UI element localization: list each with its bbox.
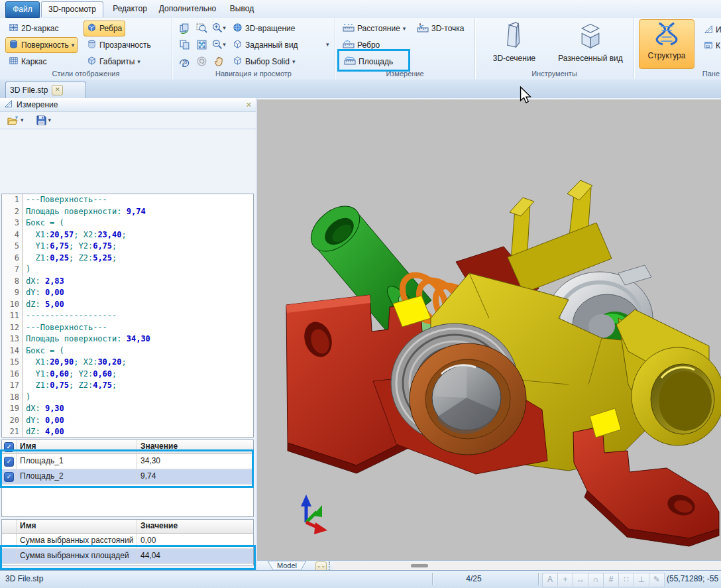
code-line: 2Площадь поверхности: 9,74 [2,206,253,218]
chevron-down-icon: ▾ [223,42,226,48]
previous-view-icon[interactable] [194,54,209,69]
select-solid-icon [233,56,243,68]
grid-icon[interactable]: # [603,573,619,587]
menu-output[interactable]: Вывод [225,1,259,17]
group-label: Навигация и просмотр [172,70,335,78]
menu-file[interactable]: Файл [5,1,40,18]
close-icon[interactable]: ✕ [52,85,63,95]
cad-model [257,99,721,560]
zoom-window-icon[interactable] [194,21,209,36]
move-icon[interactable]: + [557,573,573,587]
dimensions-button[interactable]: Габариты ▾ [83,54,144,70]
svg-text:35: 35 [182,60,188,64]
wireframe-button[interactable]: Каркас [5,54,50,70]
transparency-icon [87,39,97,51]
set-square-icon [4,99,13,110]
button-label: Выбор Solid [245,57,290,66]
3d-rotation-button[interactable]: 3D-вращение [229,21,298,36]
panel-header: Измерение ✕ [0,98,256,112]
close-icon[interactable]: ✕ [246,101,252,109]
column-name[interactable]: Имя [17,520,137,533]
menu-tab-3d-view[interactable]: 3D-просмотр [41,1,103,17]
select-solid-button[interactable]: Выбор Solid ▾ [229,54,298,70]
measure-log[interactable]: 1---Поверхность---2Площадь поверхности: … [1,194,254,438]
panel-title: Измерение [17,100,58,109]
sums-table: Имя Значение Сумма выбранных расстояний0… [1,519,254,565]
named-view-dropdown-icon[interactable]: ▾ [326,42,329,48]
structure-button[interactable]: Структура [639,19,694,69]
copy-view-icon[interactable] [176,37,192,52]
column-value[interactable]: Значение [137,440,253,453]
menu-additional[interactable]: Дополнительно [157,1,218,17]
row-name: Сумма выбранных площадей [17,549,137,563]
document-tab[interactable]: 3D File.stp ✕ [5,82,86,98]
button-label: Разнесенный вид [558,54,623,63]
transparency-button[interactable]: Прозрачность [83,37,154,53]
column-name[interactable]: Имя [17,440,137,453]
command-panel-toggle-button[interactable]: К [700,38,721,54]
dot-grid-icon[interactable]: ∷ [618,573,634,587]
zoom-out-icon[interactable]: ▾ [211,37,227,52]
pan-hand-icon[interactable] [211,54,227,69]
row-name: Площадь_2 [17,469,137,484]
group-label: Измерение [335,70,474,78]
select-all-checkbox[interactable]: ✓ [4,442,14,452]
row-value: 9,74 [137,469,253,484]
row-value: 34,30 [137,454,253,469]
checkbox[interactable]: ✓ [4,457,14,467]
group-label: Стили отображения [0,70,172,78]
button-label: Прозрачность [99,40,151,50]
group-label: Пане [634,70,721,78]
text-icon[interactable]: A [542,573,558,587]
rotate-angle-icon[interactable]: 35 [176,54,192,69]
measure-panel-toggle-button[interactable]: И [700,22,721,38]
button-label: Ребро [357,40,380,50]
document-tab-bar: 3D File.stp ✕ [0,80,721,98]
dna-icon [654,20,679,50]
code-line: 11------------------- [2,310,253,322]
viewport-3d[interactable] [257,99,721,560]
table-row[interactable]: Сумма выбранных расстояний0,00 [2,534,253,549]
3d-point-button[interactable]: 3D-точка [414,21,468,36]
panel-toolbar: ▾ ▾ [0,112,256,129]
distance-icon[interactable]: ↔ [573,573,588,587]
exploded-view-button[interactable]: Разнесенный вид [549,19,632,69]
rotate-view-icon[interactable] [176,21,192,36]
table-row[interactable]: Сумма выбранных площадей44,04 [2,549,253,564]
distance-button[interactable]: Расстояние ▾ [339,21,409,36]
button-label: И [716,25,721,34]
edges-button[interactable]: Ребра [83,21,125,36]
code-line: 15 X1:20,90; X2:30,20; [2,357,253,369]
code-line: 12---Поверхность--- [2,322,253,334]
draft-icon[interactable]: ✎ [649,573,665,587]
ortho-icon[interactable]: ⊥ [634,573,649,587]
snap-arc-icon[interactable]: ∩ [588,573,604,587]
code-line: 3Бокс = ( [2,217,253,229]
code-line: 14Бокс = ( [2,345,253,357]
table-row[interactable]: ✓Площадь_134,30 [2,454,253,469]
edge-button[interactable]: Ребро [339,37,383,53]
menu-editor[interactable]: Редактор [108,1,152,17]
area-button[interactable]: Площадь [341,54,396,70]
wireframe-icon [9,56,19,68]
zoom-in-icon[interactable]: ▾ [211,21,227,36]
3d-section-button[interactable]: 3D-сечение [480,19,548,69]
fit-extents-icon[interactable] [194,37,209,52]
named-view-button[interactable]: Заданный вид [229,37,302,53]
2d-wireframe-button[interactable]: 2D-каркас [5,21,62,36]
button-label: Ребра [99,24,122,33]
horizontal-scrollbar[interactable] [333,561,721,570]
scrollbar-thumb[interactable] [411,564,428,567]
checkbox[interactable]: ✓ [4,472,14,482]
model-tab[interactable]: Model [262,561,315,571]
surface-button[interactable]: Поверхность ▾ [5,37,78,53]
named-view-icon [233,39,243,51]
column-value[interactable]: Значение [137,520,253,533]
open-button[interactable]: ▾ [5,115,26,127]
save-button[interactable]: ▾ [34,114,54,127]
row-name: Сумма выбранных расстояний [17,534,137,548]
code-line: 19dX: 9,30 [2,403,253,415]
document-tab-label: 3D File.stp [10,86,48,95]
3d-point-icon [417,23,429,34]
table-row[interactable]: ✓Площадь_29,74 [2,469,253,485]
